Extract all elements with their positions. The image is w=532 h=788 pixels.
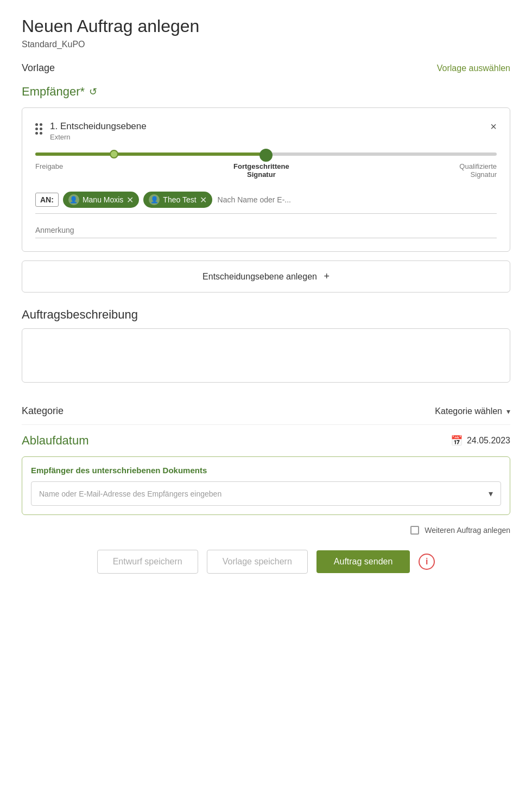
add-level-label: Entscheidungsebene anlegen	[202, 272, 317, 281]
signed-doc-title: Empfänger des unterschriebenen Dokuments	[31, 466, 501, 475]
recipient-name-theo: Theo Test	[163, 195, 196, 204]
anmerkung-input[interactable]	[35, 223, 497, 238]
slider-track	[35, 152, 497, 156]
card-header-left: 1. Entscheidungsebene Extern	[35, 121, 147, 142]
empfaenger-header: Empfänger* ↺	[22, 85, 510, 99]
drag-dot-5	[35, 132, 38, 135]
signed-doc-dropdown[interactable]: Name oder E-Mail-Adresse des Empfängers …	[31, 481, 501, 506]
signed-doc-placeholder: Name oder E-Mail-Adresse des Empfängers …	[39, 490, 221, 498]
drag-dot-4	[40, 128, 42, 130]
slider-label-freigabe: Freigabe	[35, 162, 63, 179]
ablaufdatum-row: Ablaufdatum 📅 24.05.2023	[22, 434, 510, 448]
kategorie-select[interactable]: Kategorie wählen ▾	[435, 406, 510, 416]
signed-doc-section: Empfänger des unterschriebenen Dokuments…	[22, 456, 510, 515]
date-section[interactable]: 📅 24.05.2023	[451, 435, 510, 447]
signed-doc-chevron-icon: ▾	[489, 488, 493, 499]
kategorie-select-label: Kategorie wählen	[435, 406, 502, 416]
entscheidungsebene-info: 1. Entscheidungsebene Extern	[50, 121, 147, 142]
recipient-name-manu: Manu Moxis	[83, 195, 123, 204]
ablaufdatum-label: Ablaufdatum	[22, 434, 89, 448]
entscheidungsebene-card: 1. Entscheidungsebene Extern × Freigabe …	[22, 107, 510, 252]
an-label: AN:	[35, 193, 59, 207]
slider-label-qualifizierte: QualifizierteSignatur	[459, 162, 497, 179]
add-level-button[interactable]: Entscheidungsebene anlegen +	[22, 260, 510, 293]
vorlage-speichern-button[interactable]: Vorlage speichern	[207, 550, 308, 574]
drag-dot-6	[40, 132, 42, 135]
an-row: AN: 👤 Manu Moxis ✕ 👤 Theo Test ✕	[35, 192, 497, 214]
recipient-chip-manu[interactable]: 👤 Manu Moxis ✕	[63, 192, 139, 208]
vorlage-row: Vorlage Vorlage auswählen	[22, 62, 510, 74]
slider-thumb-active	[259, 149, 273, 162]
level-title: 1. Entscheidungsebene	[50, 121, 147, 132]
weiteren-label: Weiteren Auftrag anlegen	[425, 526, 510, 535]
ablaufdatum-value: 24.05.2023	[467, 436, 510, 446]
slider-thumb-freigabe	[110, 150, 118, 158]
vorlage-label: Vorlage	[22, 62, 55, 74]
refresh-icon[interactable]: ↺	[89, 86, 97, 98]
empfaenger-title: Empfänger*	[22, 85, 85, 99]
auftragsbeschreibung-label: Auftragsbeschreibung	[22, 308, 510, 322]
drag-dot-3	[35, 128, 38, 130]
info-icon[interactable]: i	[419, 554, 435, 570]
auftrag-senden-button[interactable]: Auftrag senden	[316, 550, 410, 573]
slider-labels: Freigabe FortgeschritteneSignatur Qualif…	[35, 162, 497, 179]
recipient-avatar-manu: 👤	[68, 194, 79, 205]
weiteren-row: Weiteren Auftrag anlegen	[22, 526, 510, 535]
entwurf-speichern-button[interactable]: Entwurf speichern	[97, 550, 198, 574]
weiteren-checkbox[interactable]	[410, 526, 419, 535]
recipient-avatar-theo: 👤	[149, 194, 160, 205]
recipient-search-input[interactable]	[217, 193, 497, 206]
page-title: Neuen Auftrag anlegen	[22, 16, 510, 36]
recipient-chip-theo[interactable]: 👤 Theo Test ✕	[143, 192, 212, 208]
drag-dot-1	[35, 123, 38, 126]
slider-fill	[35, 152, 266, 156]
auftragsbeschreibung-textarea[interactable]	[22, 328, 510, 383]
vorlage-auswahlen-link[interactable]: Vorlage auswählen	[437, 63, 510, 73]
slider-label-fortgeschrittene: FortgeschritteneSignatur	[233, 162, 289, 179]
add-level-plus-icon: +	[324, 271, 330, 282]
footer-buttons: Entwurf speichern Vorlage speichern Auft…	[22, 550, 510, 574]
kategorie-row: Kategorie Kategorie wählen ▾	[22, 398, 510, 425]
calendar-icon: 📅	[451, 435, 463, 447]
page-subtitle: Standard_KuPO	[22, 40, 510, 49]
remove-recipient-manu[interactable]: ✕	[126, 195, 134, 205]
drag-dot-2	[40, 123, 42, 126]
signature-slider[interactable]: Freigabe FortgeschritteneSignatur Qualif…	[35, 152, 497, 179]
level-extern: Extern	[50, 133, 71, 141]
kategorie-label: Kategorie	[22, 405, 64, 417]
card-header: 1. Entscheidungsebene Extern ×	[35, 121, 497, 142]
drag-handle[interactable]	[35, 123, 42, 135]
auftragsbeschreibung-section: Auftragsbeschreibung	[22, 308, 510, 398]
close-card-button[interactable]: ×	[490, 121, 497, 132]
remove-recipient-theo[interactable]: ✕	[200, 195, 207, 205]
chevron-down-icon: ▾	[506, 407, 510, 416]
